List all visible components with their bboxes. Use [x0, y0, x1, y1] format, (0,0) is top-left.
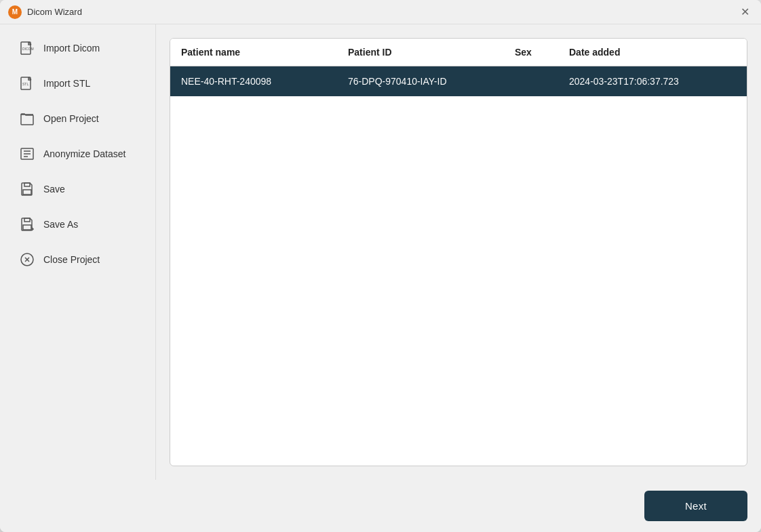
open-project-icon — [18, 109, 37, 128]
sidebar-item-import-dicom[interactable]: DICOM Import Dicom — [4, 32, 151, 64]
sidebar-item-save[interactable]: Save — [4, 173, 151, 205]
sidebar-item-anonymize[interactable]: Anonymize Dataset — [4, 138, 151, 170]
main-content: DICOM Import Dicom STL Import STL Open P… — [0, 24, 761, 480]
next-button[interactable]: Next — [644, 491, 747, 521]
sidebar-item-close-project[interactable]: Close Project — [4, 243, 151, 276]
sidebar-item-open-project[interactable]: Open Project — [4, 102, 151, 135]
patient-table: Patient name Patient ID Sex Date added N… — [170, 38, 747, 466]
close-button[interactable]: ✕ — [737, 4, 753, 20]
save-as-icon — [18, 215, 37, 234]
svg-rect-5 — [24, 183, 30, 186]
svg-text:DICOM: DICOM — [22, 47, 34, 51]
table-body: NEE-40-RHT-240098 76-DPQ-970410-IAY-ID 2… — [170, 66, 747, 466]
content-area: Patient name Patient ID Sex Date added N… — [156, 24, 761, 480]
sidebar-item-import-stl[interactable]: STL Import STL — [4, 67, 151, 100]
col-sex: Sex — [515, 47, 569, 58]
title-bar-left: M Dicom Wizard — [8, 5, 82, 19]
svg-text:STL: STL — [22, 82, 28, 86]
sidebar: DICOM Import Dicom STL Import STL Open P… — [0, 24, 156, 480]
table-header: Patient name Patient ID Sex Date added — [170, 39, 747, 66]
footer: Next — [0, 480, 761, 532]
cell-patient-id: 76-DPQ-970410-IAY-ID — [348, 76, 515, 87]
svg-rect-7 — [24, 218, 30, 222]
sidebar-item-save-as[interactable]: Save As — [4, 208, 151, 241]
anonymize-icon — [18, 144, 37, 163]
save-icon — [18, 180, 37, 199]
cell-patient-name: NEE-40-RHT-240098 — [181, 76, 348, 87]
close-project-icon — [18, 250, 37, 269]
sidebar-item-label: Import Dicom — [43, 43, 100, 54]
col-patient-id: Patient ID — [348, 47, 515, 58]
sidebar-item-label: Save — [43, 184, 65, 195]
import-stl-icon: STL — [18, 74, 37, 93]
sidebar-item-label: Close Project — [43, 254, 100, 265]
window-title: Dicom Wizard — [27, 7, 82, 17]
main-window: M Dicom Wizard ✕ DICOM Import Dicom STL … — [0, 0, 761, 532]
sidebar-item-label: Save As — [43, 219, 78, 230]
app-logo: M — [8, 5, 22, 19]
col-patient-name: Patient name — [181, 47, 348, 58]
import-dicom-icon: DICOM — [18, 39, 37, 58]
sidebar-item-label: Anonymize Dataset — [43, 148, 125, 159]
title-bar: M Dicom Wizard ✕ — [0, 0, 761, 24]
cell-date-added: 2024-03-23T17:06:37.723 — [569, 76, 736, 87]
col-date-added: Date added — [569, 47, 736, 58]
svg-rect-8 — [23, 225, 31, 230]
sidebar-item-label: Import STL — [43, 78, 90, 89]
table-row[interactable]: NEE-40-RHT-240098 76-DPQ-970410-IAY-ID 2… — [170, 66, 747, 96]
sidebar-item-label: Open Project — [43, 113, 99, 124]
cell-sex — [515, 76, 569, 87]
svg-rect-6 — [23, 190, 31, 195]
